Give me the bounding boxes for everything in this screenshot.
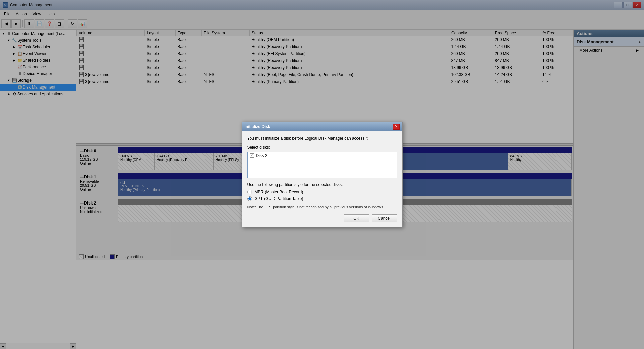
modal-body: You must initialize a disk before Logica… (242, 131, 402, 227)
initialize-disk-modal: Initialize Disk ✕ You must initialize a … (242, 122, 403, 227)
disk-2-checkbox[interactable] (250, 153, 254, 158)
radio-gpt-label: GPT (GUID Partition Table) (255, 196, 303, 201)
modal-note: Note: The GPT partition style is not rec… (247, 205, 397, 210)
radio-group: MBR (Master Boot Record) GPT (GUID Parti… (247, 190, 397, 201)
modal-description: You must initialize a disk before Logica… (247, 136, 397, 141)
select-disks-label: Select disks: (247, 145, 397, 150)
modal-overlay: Initialize Disk ✕ You must initialize a … (0, 0, 644, 349)
modal-close-button[interactable]: ✕ (393, 124, 400, 130)
disk-list-item-2[interactable]: Disk 2 (248, 153, 396, 159)
radio-mbr[interactable]: MBR (Master Boot Record) (247, 190, 397, 194)
disk-2-list-label: Disk 2 (256, 153, 267, 158)
partition-style-label: Use the following partition style for th… (247, 182, 397, 187)
modal-title: Initialize Disk (245, 124, 270, 129)
modal-buttons: OK Cancel (247, 214, 397, 222)
modal-ok-button[interactable]: OK (344, 214, 369, 222)
modal-titlebar: Initialize Disk ✕ (242, 122, 402, 131)
radio-mbr-circle[interactable] (247, 190, 252, 194)
modal-cancel-button[interactable]: Cancel (372, 214, 397, 222)
radio-gpt-circle[interactable] (247, 196, 252, 201)
radio-gpt[interactable]: GPT (GUID Partition Table) (247, 196, 397, 201)
disk-list-box: Disk 2 (247, 152, 397, 178)
radio-mbr-label: MBR (Master Boot Record) (255, 190, 303, 194)
